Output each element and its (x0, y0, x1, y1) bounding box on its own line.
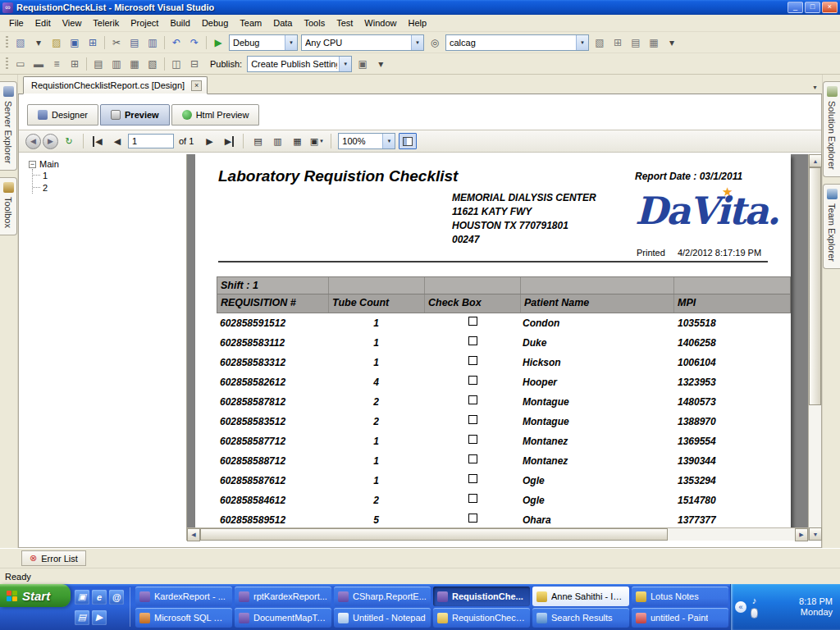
document-map-toggle-button[interactable] (399, 133, 417, 149)
menu-item[interactable]: Tools (298, 16, 331, 30)
label-icon[interactable]: ▬ (30, 56, 48, 72)
dock-tab[interactable]: Toolbox (0, 177, 17, 235)
menu-item[interactable]: Help (402, 16, 432, 30)
task-button[interactable]: untitled - Paint (632, 608, 728, 628)
dock-tab[interactable]: Solution Explorer (823, 81, 840, 177)
task-button[interactable]: rptKardexReport... (235, 587, 331, 606)
next-page-button[interactable]: ▶ (200, 133, 218, 149)
scrollbar-track[interactable] (668, 528, 795, 541)
first-page-button[interactable]: ◀ (89, 133, 107, 149)
quick-launch-email-icon[interactable]: @ (109, 590, 124, 605)
tray-chevron-icon[interactable]: « (735, 601, 746, 613)
menu-item[interactable]: Project (125, 16, 164, 30)
find-icon[interactable]: ◎ (426, 34, 444, 51)
page-setup-button[interactable]: ▥ (268, 133, 286, 149)
menu-item[interactable]: Telerik (87, 16, 125, 30)
new-project-icon[interactable]: ▧ (11, 34, 30, 51)
search-input[interactable] (450, 36, 574, 49)
find-symbol-icon[interactable]: ⊞ (609, 34, 627, 51)
horizontal-scrollbar[interactable]: ◀ ▶ (187, 527, 808, 541)
find-in-files-icon[interactable]: ▧ (591, 34, 609, 51)
volume-icon[interactable]: ♪ (752, 596, 757, 605)
task-button[interactable]: Untitled - Notepad (334, 608, 431, 628)
menu-item[interactable]: Debug (196, 16, 234, 30)
tab-close-icon[interactable]: × (191, 80, 202, 91)
menu-item[interactable]: Build (164, 16, 195, 30)
zoom-combo[interactable]: 100% ▼ (338, 133, 395, 149)
web-publish-icon[interactable]: ▣ (354, 56, 372, 72)
chevron-down-icon[interactable]: ▼ (285, 35, 297, 50)
solution-configurations-combo[interactable]: Debug ▼ (229, 34, 298, 51)
dock-tab[interactable]: Team Explorer (823, 184, 840, 269)
menu-item[interactable]: Edit (30, 16, 57, 30)
document-tab[interactable]: RequistionChecklistReport.cs [Design] × (23, 76, 208, 94)
start-button[interactable]: Start (0, 584, 71, 607)
layout-grid-icon[interactable]: ⊞ (66, 56, 84, 72)
menu-item[interactable]: Data (267, 16, 298, 30)
toolbar-overflow-icon[interactable]: ▾ (663, 34, 681, 51)
scroll-up-icon[interactable]: ▲ (809, 154, 822, 167)
window-list-icon[interactable]: ▼ (812, 84, 818, 90)
export-button[interactable]: ▣▼ (308, 133, 326, 149)
task-button[interactable]: RequistionChe... (433, 587, 530, 606)
forward-button[interactable]: ▶ (43, 134, 58, 149)
chevron-down-icon[interactable]: ▼ (411, 35, 423, 50)
scroll-right-icon[interactable]: ▶ (795, 528, 808, 541)
task-button[interactable]: CSharp.ReportE... (334, 587, 431, 606)
back-button[interactable]: ◀ (25, 134, 41, 149)
tree-node-page[interactable]: 1 (33, 169, 186, 181)
menu-item[interactable]: Test (331, 16, 358, 30)
align-centers-icon[interactable]: ▥ (107, 56, 126, 72)
view-tab[interactable]: Designer (27, 104, 98, 126)
start-debug-icon[interactable]: ▶ (209, 34, 227, 51)
dock-tab[interactable]: Server Explorer (0, 81, 17, 171)
align-text-icon[interactable]: ≡ (48, 56, 66, 72)
make-same-size-icon[interactable]: ▧ (144, 56, 162, 72)
close-button[interactable]: × (822, 2, 838, 13)
chevron-down-icon[interactable]: ▼ (382, 134, 395, 148)
task-button[interactable]: Search Results (532, 608, 629, 628)
menu-item[interactable]: View (57, 16, 88, 30)
find-combo[interactable]: ▼ (445, 34, 589, 51)
task-button[interactable]: RequistionCheck... (433, 608, 530, 628)
view-tab[interactable]: Html Preview (171, 104, 260, 126)
scroll-down-icon[interactable]: ▼ (809, 527, 822, 541)
refresh-button[interactable]: ↻ (60, 133, 78, 149)
quick-launch-explorer-icon[interactable]: ▤ (75, 610, 89, 625)
menu-item[interactable]: Window (358, 16, 402, 30)
properties-window-icon[interactable]: ▦ (645, 34, 663, 51)
print-button[interactable]: ▦ (288, 133, 306, 149)
cut-icon[interactable]: ✂ (107, 34, 126, 51)
save-all-icon[interactable]: ⊞ (84, 34, 102, 51)
chevron-down-icon[interactable]: ▼ (576, 35, 588, 50)
solution-explorer-toolbar-icon[interactable]: ▤ (627, 34, 645, 51)
task-button[interactable]: KardexReport - ... (135, 587, 232, 606)
menu-item[interactable]: Team (234, 16, 267, 30)
redo-icon[interactable]: ↷ (185, 34, 203, 51)
prev-page-button[interactable]: ◀ (108, 133, 126, 149)
save-icon[interactable]: ▣ (66, 34, 84, 51)
solution-platforms-combo[interactable]: Any CPU ▼ (301, 34, 424, 51)
send-to-back-icon[interactable]: ⊟ (185, 56, 203, 72)
scrollbar-thumb[interactable] (809, 167, 821, 405)
minimize-button[interactable]: _ (788, 2, 803, 13)
scrollbar-thumb[interactable] (200, 528, 668, 541)
quick-launch-show-desktop-icon[interactable]: ▣ (75, 590, 89, 605)
toolbar-grip[interactable] (6, 57, 8, 71)
last-page-button[interactable]: ▶ (220, 133, 238, 149)
open-file-icon[interactable]: ▨ (48, 34, 66, 51)
align-lefts-icon[interactable]: ▤ (89, 56, 107, 72)
toolbar-grip[interactable] (6, 36, 8, 49)
tree-node-page[interactable]: 2 (33, 181, 186, 194)
view-tab[interactable]: Preview (100, 104, 170, 126)
align-tops-icon[interactable]: ▦ (126, 56, 144, 72)
collapse-icon[interactable]: − (29, 161, 36, 168)
error-list-button[interactable]: ⊗ Error List (21, 550, 86, 566)
menu-item[interactable]: File (3, 16, 30, 30)
vertical-scrollbar[interactable]: ▲ ▼ (808, 154, 821, 541)
undo-icon[interactable]: ↶ (167, 34, 185, 51)
copy-icon[interactable]: ▤ (126, 34, 144, 51)
new-item-dropdown-icon[interactable]: ▾ (30, 34, 48, 51)
task-button[interactable]: Microsoft SQL Se... (135, 608, 232, 628)
tree-node-main[interactable]: − Main (29, 159, 186, 169)
